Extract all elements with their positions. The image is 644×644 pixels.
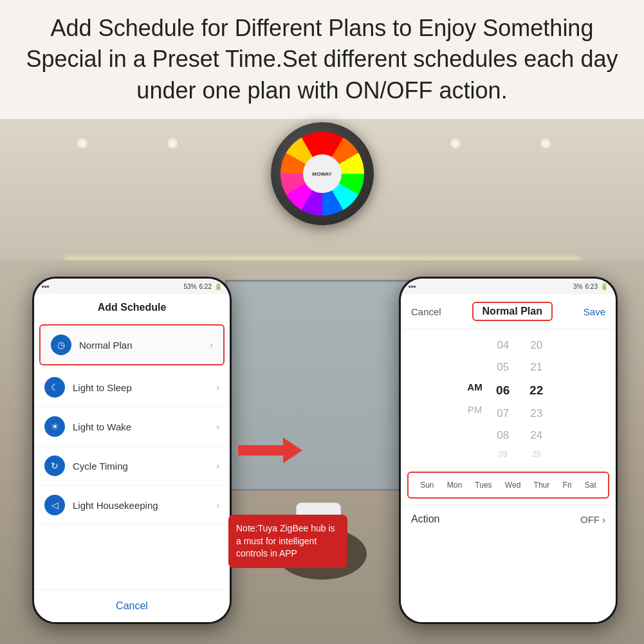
left-footer: Cancel <box>34 589 230 622</box>
normal-plan-heading: Normal Plan <box>483 306 542 317</box>
menu-item-light-housekeeping[interactable]: ◁ Light Housekeeping › <box>34 486 230 525</box>
am-option[interactable]: AM <box>467 378 482 396</box>
days-of-week-row[interactable]: Sun Mon Tues Wed Thur Fri Sat <box>407 472 609 499</box>
led-strip-visual: MOWAY <box>281 132 364 216</box>
housekeeping-chevron: › <box>216 500 219 510</box>
light-to-wake-label: Light to Wake <box>73 421 216 432</box>
min-22-selected: 22 <box>524 378 549 403</box>
left-battery-pct: 53% <box>184 283 197 290</box>
cycle-timing-label: Cycle Timing <box>73 461 216 472</box>
day-sat[interactable]: Sat <box>582 479 599 491</box>
menu-item-light-to-sleep[interactable]: ☾ Light to Sleep › <box>34 368 230 407</box>
right-screen-content: Cancel Normal Plan Save AM PM 04 05 06 <box>401 294 616 622</box>
min-24: 24 <box>524 425 549 446</box>
clock-icon: ◷ <box>57 340 65 350</box>
phone-right: ▪▪▪ 3% 6:23 🔋 Cancel Normal Plan Save AM <box>399 277 618 624</box>
recessed-light <box>540 138 551 149</box>
menu-item-normal-plan[interactable]: ◷ Normal Plan › <box>39 324 225 365</box>
left-screen-header: Add Schedule <box>34 294 230 322</box>
add-schedule-title: Add Schedule <box>98 302 167 313</box>
cycle-timing-icon: ↻ <box>44 455 65 476</box>
day-sun[interactable]: Sun <box>418 479 436 491</box>
action-label: Action <box>411 513 439 525</box>
left-battery-icon: 🔋 <box>214 283 222 290</box>
cycle-chevron: › <box>216 461 219 471</box>
hour-05: 05 <box>490 356 516 378</box>
hours-column[interactable]: 04 05 06 07 08 09 <box>490 335 516 462</box>
day-tues[interactable]: Tues <box>472 479 494 491</box>
action-row[interactable]: Action OFF › <box>401 505 616 533</box>
recessed-light <box>450 138 461 149</box>
cycle-icon: ↻ <box>51 461 59 471</box>
normal-plan-label: Normal Plan <box>79 340 210 351</box>
header-area: Add Schedule for Different Plans to Enjo… <box>0 0 644 119</box>
hour-06-selected: 06 <box>490 378 516 403</box>
normal-plan-title: Normal Plan <box>472 302 553 321</box>
moon-icon: ☾ <box>51 382 59 392</box>
light-to-wake-icon: ☀ <box>44 416 65 437</box>
left-signal: ▪▪▪ <box>42 282 50 290</box>
light-housekeeping-icon: ◁ <box>44 495 65 515</box>
direction-arrow <box>238 437 302 463</box>
light-to-sleep-icon: ☾ <box>44 377 65 398</box>
menu-item-light-to-wake[interactable]: ☀ Light to Wake › <box>34 407 230 446</box>
right-phone-screen: ▪▪▪ 3% 6:23 🔋 Cancel Normal Plan Save AM <box>401 279 616 622</box>
speaker-icon: ◁ <box>51 500 59 510</box>
led-product-circle: MOWAY <box>271 122 374 225</box>
min-20: 20 <box>524 335 549 356</box>
sleep-chevron: › <box>216 382 219 392</box>
normal-plan-chevron: › <box>210 340 213 350</box>
wake-chevron: › <box>216 421 219 432</box>
day-mon[interactable]: Mon <box>445 479 465 491</box>
save-button[interactable]: Save <box>584 306 605 317</box>
hour-09: 09 <box>490 446 516 462</box>
right-screen-header: Cancel Normal Plan Save <box>401 294 616 329</box>
action-chevron: › <box>602 514 605 525</box>
light-to-sleep-label: Light to Sleep <box>73 382 216 393</box>
min-25: 25 <box>524 446 549 462</box>
recessed-light <box>77 138 87 149</box>
cancel-button[interactable]: Cancel <box>116 600 148 612</box>
pm-option[interactable]: PM <box>468 401 483 418</box>
hour-04: 04 <box>490 335 516 356</box>
day-fri[interactable]: Fri <box>560 479 575 491</box>
min-23: 23 <box>524 403 549 425</box>
right-signal: ▪▪▪ <box>409 282 416 290</box>
menu-item-cycle-timing[interactable]: ↻ Cycle Timing › <box>34 446 230 486</box>
minutes-column[interactable]: 20 21 22 23 24 25 <box>524 335 549 462</box>
left-time: 6:22 <box>199 283 212 290</box>
arrow-container <box>238 437 302 463</box>
right-status-icons: 3% 6:23 🔋 <box>573 283 608 290</box>
left-phone-screen: ▪▪▪ 53% 6:22 🔋 Add Schedule ◷ Normal Pla… <box>34 279 230 622</box>
note-box: Note:Tuya ZigBee hub is a must for intel… <box>228 515 347 568</box>
action-value-text: OFF <box>580 514 600 525</box>
day-wed[interactable]: Wed <box>502 479 523 491</box>
right-battery-pct: 3% <box>573 283 582 290</box>
phone-left: ▪▪▪ 53% 6:22 🔋 Add Schedule ◷ Normal Pla… <box>32 277 232 624</box>
note-text: Note:Tuya ZigBee hub is a must for intel… <box>236 523 335 558</box>
header-text: Add Schedule for Different Plans to Enjo… <box>26 13 618 107</box>
right-cancel-button[interactable]: Cancel <box>411 306 441 317</box>
right-status-bar: ▪▪▪ 3% 6:23 🔋 <box>401 279 616 294</box>
normal-plan-icon: ◷ <box>51 335 71 355</box>
recessed-light <box>167 138 178 149</box>
action-value-container[interactable]: OFF › <box>580 514 605 525</box>
hour-07: 07 <box>490 403 516 425</box>
left-status-icons: 53% 6:22 🔋 <box>184 283 222 290</box>
hour-08: 08 <box>490 425 516 446</box>
day-thur[interactable]: Thur <box>531 479 553 491</box>
min-21: 21 <box>524 356 549 378</box>
light-housekeeping-label: Light Housekeeping <box>73 500 216 511</box>
right-battery-icon: 🔋 <box>600 283 608 290</box>
ampm-column: AM PM <box>467 378 482 418</box>
led-center-label: MOWAY <box>303 154 342 193</box>
sun-icon: ☀ <box>51 421 59 432</box>
left-status-bar: ▪▪▪ 53% 6:22 🔋 <box>34 279 230 294</box>
left-screen-content: Add Schedule ◷ Normal Plan › ☾ Light to … <box>34 294 230 622</box>
right-time: 6:23 <box>585 283 598 290</box>
time-picker[interactable]: AM PM 04 05 06 07 08 09 20 21 22 23 <box>401 329 616 468</box>
